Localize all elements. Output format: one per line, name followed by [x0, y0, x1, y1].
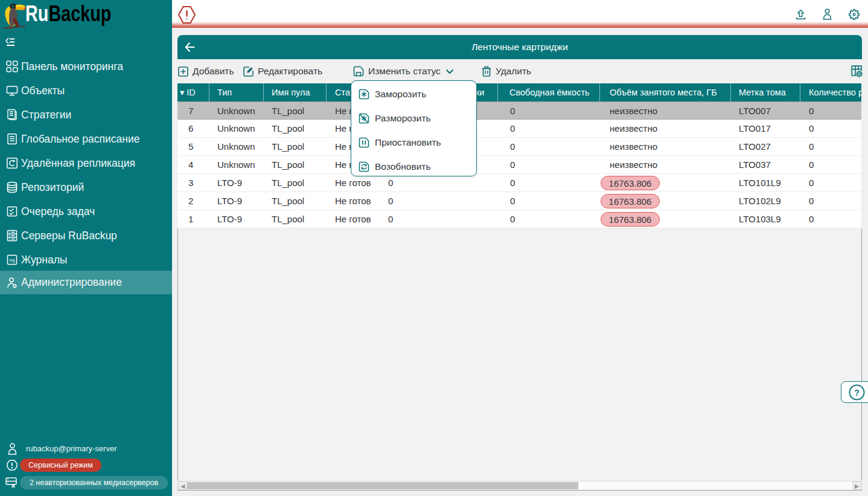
svg-text:log: log — [10, 258, 15, 263]
svg-text:?: ? — [854, 388, 860, 398]
